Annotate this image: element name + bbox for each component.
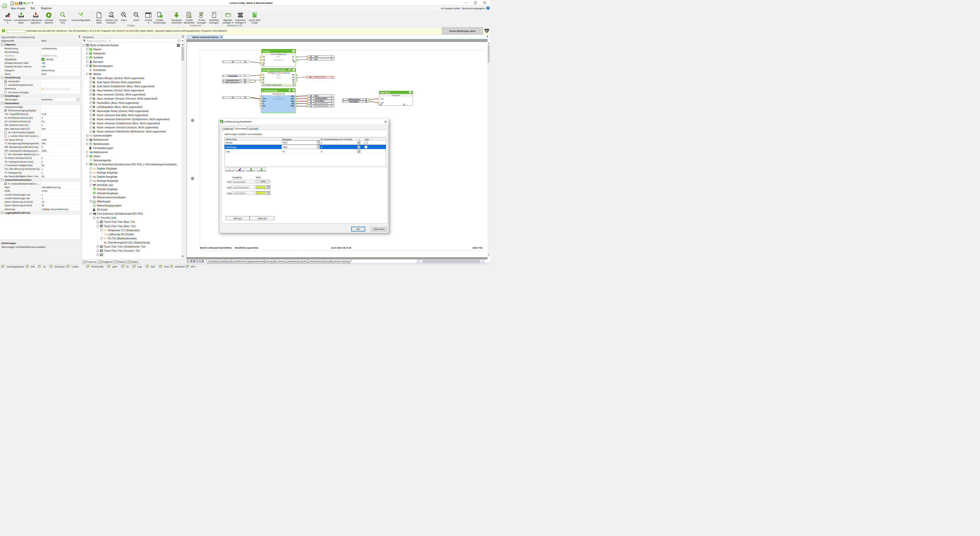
svg-text:LOG: LOG xyxy=(94,202,95,203)
